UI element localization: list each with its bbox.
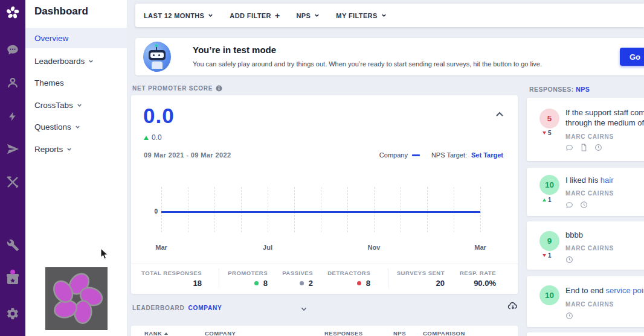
sidebar-item-themes[interactable]: Themes xyxy=(25,72,127,93)
response-card[interactable]: 10 End to end service point MARC CAIRNS xyxy=(527,276,644,327)
filter-metric-nps[interactable]: NPS xyxy=(297,12,320,19)
stat-label: TOTAL RESPONSES xyxy=(141,270,202,276)
gridline xyxy=(480,187,481,232)
gift-icon[interactable] xyxy=(0,271,25,286)
response-actions xyxy=(565,201,588,209)
stat-detractors: DETRACTORS 8 xyxy=(327,270,370,288)
response-card[interactable]: 10 1 I liked his hair MARC CAIRNS xyxy=(527,168,644,216)
column-header-responses[interactable]: RESPONSES xyxy=(324,330,363,336)
sidebar-item-label: Questions xyxy=(34,122,71,132)
leaderboard-title: LEADERBOARD xyxy=(132,305,185,311)
date-range: 09 Mar 2021 - 09 Mar 2022 xyxy=(144,151,231,159)
comment-icon[interactable] xyxy=(565,201,573,209)
collapse-chevron-up-icon[interactable] xyxy=(495,110,504,119)
cloud-download-icon[interactable] xyxy=(507,300,518,311)
x-axis-tick: Mar xyxy=(468,244,492,251)
wrench-icon[interactable] xyxy=(0,239,25,252)
people-icon[interactable] xyxy=(0,76,25,89)
stat-label: DETRACTORS xyxy=(327,270,370,276)
stat-value: 18 xyxy=(193,279,202,288)
messages-icon[interactable] xyxy=(0,43,25,56)
comment-icon[interactable] xyxy=(565,144,573,151)
filter-label: ADD FILTER xyxy=(230,12,271,19)
history-icon[interactable] xyxy=(565,312,573,320)
score-delta: 5 xyxy=(543,130,552,136)
history-icon[interactable] xyxy=(580,201,588,209)
gear-icon[interactable] xyxy=(0,307,25,320)
page-title: Dashboard xyxy=(34,5,88,17)
logo-flower-icon[interactable] xyxy=(0,5,25,21)
gridline xyxy=(347,187,348,232)
stat-label: PROMOTERS xyxy=(228,270,268,276)
chevron-down-icon xyxy=(75,124,80,130)
response-comment-line2: through the medium of d xyxy=(565,118,644,128)
filter-date-range[interactable]: LAST 12 MONTHS xyxy=(144,12,213,19)
history-icon[interactable] xyxy=(594,144,602,151)
stat-value: 8 xyxy=(366,279,370,288)
comment-theme-highlight: hair xyxy=(601,176,614,185)
column-header-company[interactable]: COMPANY xyxy=(205,330,236,336)
leaderboard-header[interactable]: LEADERBOARD COMPANY xyxy=(132,305,222,311)
sidebar-item-label: Reports xyxy=(34,145,63,154)
nps-score-badge: 10 xyxy=(539,175,559,195)
my-filters-dropdown[interactable]: MY FILTERS xyxy=(336,12,386,19)
history-icon[interactable] xyxy=(565,256,573,264)
stat-value: 90.0% xyxy=(474,279,496,288)
gridline xyxy=(241,187,242,232)
set-target-link[interactable]: Set Target xyxy=(471,151,503,159)
app-root: Dashboard Overview Leaderboards Themes C… xyxy=(0,0,644,336)
triangle-down-icon xyxy=(543,254,546,257)
response-author: MARC CAIRNS xyxy=(565,133,614,140)
nps-card: 0.0 0.0 09 Mar 2021 - 09 Mar 2022 Compan… xyxy=(131,95,518,294)
gridline xyxy=(454,187,454,232)
stat-total-responses: TOTAL RESPONSES 18 xyxy=(141,270,202,288)
column-label: RESPONSES xyxy=(324,330,363,336)
sidebar-item-questions[interactable]: Questions xyxy=(25,116,127,137)
stats-vertical-divider xyxy=(388,268,388,288)
document-icon[interactable] xyxy=(580,144,588,151)
comment-theme-highlight: service point xyxy=(606,286,644,295)
gridline xyxy=(294,187,295,232)
response-author: MARC CAIRNS xyxy=(565,301,614,308)
send-icon[interactable] xyxy=(0,142,25,156)
sidebar-item-label: CrossTabs xyxy=(34,101,73,110)
gridline xyxy=(188,187,188,232)
score-delta: 1 xyxy=(543,252,552,259)
sidebar-item-overview[interactable]: Overview xyxy=(25,28,127,48)
add-filter-button[interactable]: ADD FILTER + xyxy=(230,11,280,20)
comment-text: I liked his xyxy=(565,176,601,185)
chevron-down-icon[interactable] xyxy=(300,305,308,312)
gridline xyxy=(427,187,428,232)
column-label: NPS xyxy=(393,330,406,336)
column-header-rank[interactable]: RANK xyxy=(144,330,168,336)
response-card[interactable] xyxy=(527,332,644,336)
info-icon[interactable] xyxy=(216,85,222,92)
banner-subtitle: You can safely play around and try thing… xyxy=(193,60,542,68)
nps-score-delta: 0.0 xyxy=(144,133,162,142)
bolt-icon[interactable] xyxy=(0,110,25,123)
column-header-nps[interactable]: NPS xyxy=(393,330,406,336)
sidebar-item-reports[interactable]: Reports xyxy=(25,139,127,159)
build-tools-icon[interactable] xyxy=(0,176,25,189)
column-label: COMPANY xyxy=(205,330,236,336)
delta-value: 5 xyxy=(548,130,552,136)
leaderboard-type: COMPANY xyxy=(188,305,222,311)
stat-label: SURVEYS SENT xyxy=(397,270,445,276)
passive-dot-icon xyxy=(300,281,304,285)
response-actions xyxy=(565,312,573,320)
go-live-button[interactable]: Go xyxy=(620,48,644,66)
stats-divider xyxy=(131,264,518,264)
column-header-comparison[interactable]: COMPARISON xyxy=(423,330,465,336)
robot-avatar-icon xyxy=(143,42,171,72)
triangle-up-icon xyxy=(144,136,149,140)
response-card[interactable]: 9 1 bbbb MARC CAIRNS xyxy=(527,221,644,270)
response-card[interactable]: 5 5 If the support staff comm through th… xyxy=(527,98,644,161)
sidebar-item-crosstabs[interactable]: CrossTabs xyxy=(25,95,127,115)
sidebar-item-leaderboards[interactable]: Leaderboards xyxy=(25,51,127,71)
nps-delta-value: 0.0 xyxy=(152,133,162,142)
comment-text: End to end xyxy=(565,286,606,295)
column-label: COMPARISON xyxy=(423,330,465,336)
triangle-down-icon xyxy=(543,132,546,135)
response-comment: I liked his hair xyxy=(565,175,614,185)
stat-passives: PASSIVES 2 xyxy=(282,270,313,288)
